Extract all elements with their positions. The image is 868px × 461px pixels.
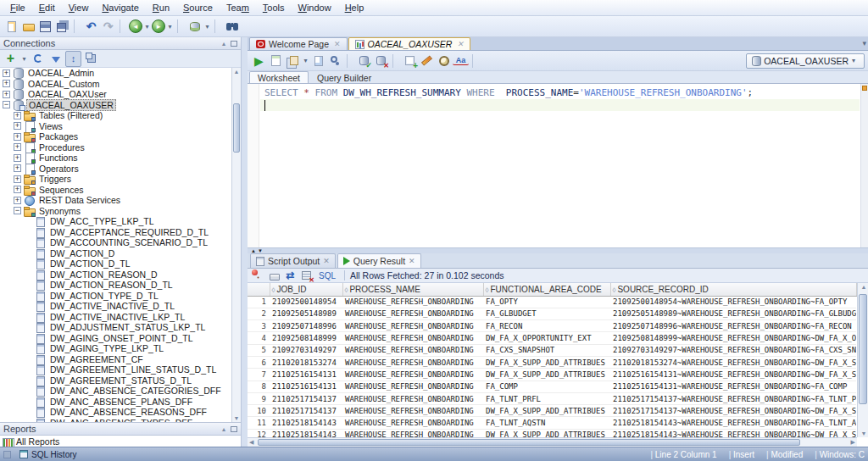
- dropdown-icon[interactable]: ▾: [20, 51, 28, 67]
- tree-node[interactable]: DW_AGREEMENT_STATUS_D_TL: [0, 375, 241, 386]
- row-number-cell[interactable]: 7: [248, 369, 270, 380]
- tree-node[interactable]: +Packages: [0, 131, 241, 142]
- grid-cell[interactable]: 21102018153274~WAREHOUSE_REFRESH_ONBOARD…: [610, 356, 856, 368]
- expand-node-icon[interactable]: +: [14, 112, 21, 119]
- sql-history-icon[interactable]: [436, 53, 452, 69]
- grid-cell[interactable]: WAREHOUSE_REFRESH_ONBOARDING: [342, 308, 483, 319]
- grid-cell[interactable]: WAREHOUSE_REFRESH_ONBOARDING: [342, 405, 483, 417]
- table-row[interactable]: 1021102517154137WAREHOUSE_REFRESH_ONBOAR…: [248, 405, 856, 417]
- row-number-cell[interactable]: 2: [248, 308, 270, 319]
- row-number-cell[interactable]: 4: [248, 332, 270, 344]
- sql-link[interactable]: SQL: [315, 271, 339, 280]
- query-lookup-icon[interactable]: [327, 53, 343, 69]
- row-number-cell[interactable]: 9: [248, 392, 270, 404]
- close-tab-icon[interactable]: ✕: [334, 40, 341, 48]
- grid-cell[interactable]: 21102517154137: [270, 392, 342, 404]
- grid-vscroll-thumb[interactable]: [859, 294, 867, 404]
- rollback-icon[interactable]: [373, 53, 389, 69]
- grid-cell[interactable]: WAREHOUSE_REFRESH_ONBOARDING: [342, 320, 483, 332]
- close-tab-icon[interactable]: ✕: [409, 257, 415, 265]
- tree-node[interactable]: +Tables (Filtered): [0, 110, 241, 121]
- menu-window[interactable]: Window: [292, 1, 338, 14]
- sort-icon[interactable]: ↕: [65, 51, 81, 67]
- grid-cell[interactable]: 21092507148996: [270, 320, 342, 332]
- close-tab-icon[interactable]: ✕: [457, 40, 464, 48]
- menu-help[interactable]: Help: [338, 1, 371, 14]
- tree-scrollbar-thumb[interactable]: [233, 103, 240, 153]
- tab-query-result[interactable]: Query Result✕: [337, 253, 421, 268]
- dropdown-icon[interactable]: ▾: [203, 19, 211, 35]
- tree-node[interactable]: DW_ACTIVE_INACTIVE_D_TL: [0, 301, 241, 312]
- collapse-node-icon[interactable]: −: [14, 207, 21, 214]
- grid-cell[interactable]: 21092508148999~WAREHOUSE_REFRESH_ONBOARD…: [610, 332, 856, 344]
- sql-editor[interactable]: SELECT * FROM DW_WH_REFRESH_SUMMARY WHER…: [248, 84, 868, 247]
- tree-node[interactable]: DW_ACTION_D_TL: [0, 258, 241, 269]
- grid-cell[interactable]: FA_OPTY: [483, 296, 610, 308]
- table-row[interactable]: 221092505148989WAREHOUSE_REFRESH_ONBOARD…: [248, 308, 856, 319]
- expand-node-icon[interactable]: +: [14, 122, 21, 130]
- grid-cell[interactable]: WAREHOUSE_REFRESH_ONBOARDING: [342, 332, 483, 344]
- tree-node[interactable]: DW_ANC_ABSENCE_CATEGORIES_DFF: [0, 386, 241, 397]
- case-toggle-icon[interactable]: Aa: [453, 56, 469, 65]
- grid-cell[interactable]: 21102516154131~WAREHOUSE_REFRESH_ONBOARD…: [610, 380, 856, 392]
- autotrace-icon[interactable]: [285, 53, 301, 69]
- grid-cell[interactable]: WAREHOUSE_REFRESH_ONBOARDING: [342, 417, 483, 429]
- tab-worksheet[interactable]: Worksheet: [249, 71, 309, 83]
- expand-node-icon[interactable]: +: [3, 69, 10, 77]
- table-row[interactable]: 321092507148996WAREHOUSE_REFRESH_ONBOARD…: [248, 320, 856, 332]
- tree-node[interactable]: +Sequences: [0, 185, 241, 196]
- table-row[interactable]: 921102517154137WAREHOUSE_REFRESH_ONBOARD…: [248, 392, 856, 404]
- expand-node-icon[interactable]: +: [14, 197, 21, 204]
- grid-cell[interactable]: FA_TLNT_AQSTN: [483, 417, 610, 429]
- tree-node[interactable]: DW_ACC_TYPE_LKP_TL: [0, 216, 241, 227]
- grid-cell[interactable]: WAREHOUSE_REFRESH_ONBOARDING: [342, 344, 483, 356]
- horizontal-splitter[interactable]: ▲ ▼: [248, 247, 868, 253]
- open-file-icon[interactable]: [20, 19, 36, 35]
- tree-node[interactable]: DW_ANC_ABSENCE_REASONS_DFF: [0, 407, 241, 418]
- grid-cell[interactable]: DW_FA_X_SUPP_ADD_ATTRIBUES: [483, 369, 610, 380]
- filter-icon[interactable]: [47, 51, 64, 67]
- tree-node[interactable]: DW_ANC_ABSENCE_PLANS_DFF: [0, 397, 241, 408]
- grid-cell[interactable]: 21102517154137~WAREHOUSE_REFRESH_ONBOARD…: [610, 405, 856, 417]
- menu-source[interactable]: Source: [176, 1, 220, 14]
- grid-cell[interactable]: 21102018153274: [270, 356, 342, 368]
- duplicate-icon[interactable]: [83, 51, 99, 67]
- table-row[interactable]: 121092500148954WAREHOUSE_REFRESH_ONBOARD…: [248, 296, 856, 308]
- grid-cell[interactable]: 21092505148989: [270, 308, 342, 319]
- grid-cell[interactable]: 21092703149297~WAREHOUSE_REFRESH_ONBOARD…: [610, 344, 856, 356]
- grid-cell[interactable]: 21092507148996~WAREHOUSE_REFRESH_ONBOARD…: [610, 320, 856, 332]
- unshared-worksheet-icon[interactable]: [402, 53, 418, 69]
- grid-horizontal-scrollbar[interactable]: ◀ ▶: [248, 437, 857, 447]
- tree-node[interactable]: +REST Data Services: [0, 195, 241, 206]
- grid-vertical-scrollbar[interactable]: ▲ ▼: [857, 283, 868, 437]
- menu-run[interactable]: Run: [146, 1, 176, 14]
- grid-cell[interactable]: DW_FA_X_SUPP_ADD_ATTRIBUES: [483, 405, 610, 417]
- connection-selector[interactable]: OACEAL_OAXUSER ▾: [746, 53, 865, 69]
- connections-nav-icon[interactable]: [186, 19, 203, 35]
- grid-cell[interactable]: 21102516154131~WAREHOUSE_REFRESH_ONBOARD…: [610, 369, 856, 380]
- new-file-icon[interactable]: [3, 19, 19, 35]
- grid-cell[interactable]: WAREHOUSE_REFRESH_ONBOARDING: [342, 296, 483, 308]
- tree-node[interactable]: DW_ADJUSTMENT_STATUS_LKP_TL: [0, 322, 241, 333]
- pin-icon[interactable]: [251, 269, 265, 282]
- expand-node-icon[interactable]: +: [14, 175, 21, 183]
- table-row[interactable]: 421092508148999WAREHOUSE_REFRESH_ONBOARD…: [248, 332, 856, 344]
- row-number-cell[interactable]: 6: [248, 356, 270, 368]
- clear-icon[interactable]: [419, 53, 435, 69]
- tree-node[interactable]: +OACEAL_Custom: [0, 79, 241, 90]
- grid-cell[interactable]: 21092500148954: [270, 296, 342, 308]
- grid-cell[interactable]: WAREHOUSE_REFRESH_ONBOARDING: [342, 380, 483, 392]
- column-header-functional_area_code[interactable]: ◊FUNCTIONAL_AREA_CODE: [483, 283, 610, 296]
- tree-node[interactable]: DW_ACTION_TYPE_D_TL: [0, 291, 241, 302]
- row-number-cell[interactable]: 3: [248, 320, 270, 332]
- dropdown-icon[interactable]: ▾: [143, 19, 151, 35]
- tree-node[interactable]: DW_AGING_TYPE_LKP_TL: [0, 343, 241, 354]
- expand-node-icon[interactable]: +: [14, 143, 21, 151]
- table-row[interactable]: 821102516154131WAREHOUSE_REFRESH_ONBOARD…: [248, 380, 856, 392]
- grid-cell[interactable]: WAREHOUSE_REFRESH_ONBOARDING: [342, 369, 483, 380]
- tree-node[interactable]: +Views: [0, 121, 241, 132]
- grid-cell[interactable]: FA_GLBUDGET: [483, 308, 610, 319]
- tree-node[interactable]: DW_AGING_ONSET_POINT_D_TL: [0, 333, 241, 344]
- editor-overview-ruler[interactable]: [860, 84, 868, 247]
- print-icon[interactable]: [267, 269, 281, 282]
